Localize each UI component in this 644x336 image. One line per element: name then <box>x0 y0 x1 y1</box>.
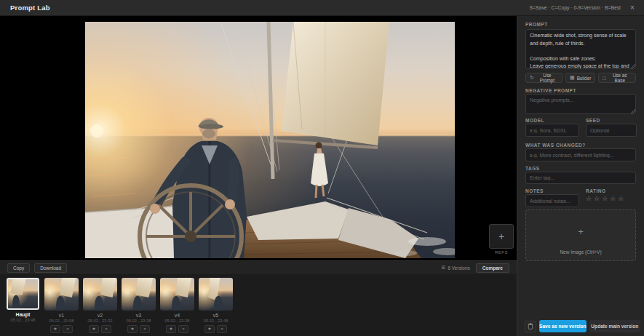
version-timestamp: 05.02., 23:32 <box>88 319 113 323</box>
image-canvas: + REFS <box>0 16 517 260</box>
version-thumbnail-image <box>160 278 194 311</box>
version-actions: ★ × <box>50 325 73 333</box>
compare-button[interactable]: Compare <box>476 263 509 273</box>
rating-label: RATING <box>586 188 605 193</box>
version-thumbnail-image <box>122 278 156 311</box>
version-thumbnail[interactable]: v4 05.02., 23:38 ★ × <box>160 278 194 336</box>
version-delete-button[interactable]: × <box>178 325 188 333</box>
tags-label: TAGS <box>525 166 540 171</box>
prompt-action-icon: ▦ <box>570 75 575 81</box>
prompt-label: PROMPT <box>525 22 548 27</box>
version-thumbnail[interactable]: v3 05.02., 23:38 ★ × <box>122 278 156 336</box>
use-prompt-button[interactable]: ↻ Use Prompt <box>525 73 562 83</box>
prompt-action-label: Use as Base <box>608 73 632 83</box>
version-timestamp: 05.02., 23:48 <box>204 319 228 323</box>
prompt-actions: ↻ Use Prompt ▦ Builder □ Use as Base <box>525 73 636 83</box>
sailboat-scene-illustration <box>85 22 455 258</box>
version-thumbnail-image <box>199 278 233 311</box>
changed-field[interactable] <box>525 148 636 161</box>
version-name: Haupt <box>16 312 31 317</box>
star-icon[interactable]: ☆ <box>618 195 624 202</box>
version-thumbnail-image <box>44 278 79 311</box>
grid-icon: ⊞ <box>442 265 446 271</box>
add-reference-button[interactable]: + <box>489 224 514 249</box>
dropzone-label: New Image (Ctrl+V) <box>526 249 635 255</box>
prompt-action-icon: □ <box>603 76 605 81</box>
version-delete-button[interactable]: × <box>140 325 150 333</box>
version-name: v3 <box>136 313 141 318</box>
version-name: v1 <box>59 313 64 318</box>
version-actions: ★ × <box>127 325 150 333</box>
metadata-sidebar: PROMPT Cinematic wide shot, strong sense… <box>517 16 644 336</box>
model-field[interactable] <box>525 124 579 137</box>
prompt-lab-window: Prompt Lab S=Save · C=Copy · 0-9=Version… <box>0 0 644 336</box>
version-favorite-button[interactable]: ★ <box>50 325 60 333</box>
star-icon[interactable]: ☆ <box>586 195 592 202</box>
star-icon[interactable]: ☆ <box>602 195 608 202</box>
version-favorite-button[interactable]: ★ <box>166 325 176 333</box>
version-timestamp: 05.02., 20:58 <box>49 319 74 323</box>
image-dropzone[interactable]: + New Image (Ctrl+V) <box>525 209 636 261</box>
version-thumbnail[interactable]: Haupt 05.02., 23:48 ★ × <box>6 278 40 336</box>
builder-button[interactable]: ▦ Builder <box>565 73 595 83</box>
prompt-action-icon: ↻ <box>530 75 534 81</box>
seed-label: SEED <box>586 118 600 123</box>
version-delete-button[interactable]: × <box>217 325 227 333</box>
trash-icon <box>528 323 533 329</box>
version-count: ⊞ 6 Versions <box>442 265 470 271</box>
version-name: v2 <box>98 313 103 318</box>
version-thumbnail-image <box>7 278 39 310</box>
version-count-label: 6 Versions <box>448 265 469 271</box>
version-delete-button[interactable]: × <box>101 325 111 333</box>
version-actions: ★ × <box>89 325 111 333</box>
negative-prompt-label: NEGATIVE PROMPT <box>525 88 576 93</box>
version-actions: ★ × <box>204 325 227 333</box>
version-thumbnail[interactable]: v1 05.02., 20:58 ★ × <box>44 278 79 336</box>
copy-button[interactable]: Copy <box>7 263 30 273</box>
shortcut-hints: S=Save · C=Copy · 0-9=Version · B=Best <box>530 5 621 10</box>
star-icon[interactable]: ☆ <box>610 195 616 202</box>
version-name: v5 <box>213 313 218 318</box>
save-as-new-version-button[interactable]: Save as new version <box>539 320 587 332</box>
app-title: Prompt Lab <box>10 4 50 12</box>
title-bar: Prompt Lab S=Save · C=Copy · 0-9=Version… <box>0 0 644 16</box>
update-main-version-button[interactable]: Update main version <box>589 320 640 332</box>
negative-prompt-textarea[interactable] <box>525 94 636 114</box>
version-thumbnail[interactable]: v2 05.02., 23:32 ★ × <box>83 278 117 336</box>
prompt-textarea[interactable]: Cinematic wide shot, strong sense of sca… <box>525 29 636 69</box>
version-favorite-button[interactable]: ★ <box>127 325 138 333</box>
version-delete-button[interactable]: × <box>63 325 73 333</box>
version-timestamp: 05.02., 23:48 <box>11 318 36 322</box>
plus-icon: + <box>526 226 635 237</box>
seed-field[interactable] <box>586 124 637 137</box>
version-name: v4 <box>175 313 180 318</box>
version-thumbnail-image <box>83 278 117 311</box>
use-as-base-button[interactable]: □ Use as Base <box>598 73 636 83</box>
notes-field[interactable] <box>525 194 579 207</box>
changed-label: WHAT WAS CHANGED? <box>525 143 586 148</box>
refs-label: REFS <box>489 250 514 255</box>
rating-stars: ☆☆☆☆☆ <box>586 195 624 202</box>
notes-label: NOTES <box>525 188 544 193</box>
close-icon[interactable]: × <box>627 2 638 14</box>
delete-version-button[interactable] <box>525 321 536 332</box>
prompt-action-label: Use Prompt <box>536 73 558 83</box>
version-thumbnail[interactable]: v5 05.02., 23:48 ★ × <box>199 278 233 336</box>
version-strip: Haupt 05.02., 23:48 ★ × v1 05.02., 20:58… <box>0 274 517 336</box>
version-actions: ★ × <box>166 325 188 333</box>
version-timestamp: 05.02., 23:38 <box>165 319 190 323</box>
version-favorite-button[interactable]: ★ <box>204 325 215 333</box>
main-image <box>85 22 455 258</box>
star-icon[interactable]: ☆ <box>594 195 600 202</box>
tags-field[interactable] <box>525 172 636 184</box>
prompt-action-label: Builder <box>577 76 592 81</box>
sidebar-footer: Save as new version Update main version <box>525 320 640 332</box>
version-timestamp: 05.02., 23:38 <box>127 319 151 323</box>
version-toolbar: Copy Download ⊞ 6 Versions Compare <box>0 260 517 274</box>
download-button[interactable]: Download <box>34 263 67 273</box>
version-favorite-button[interactable]: ★ <box>89 325 99 333</box>
model-label: MODEL <box>525 118 544 123</box>
